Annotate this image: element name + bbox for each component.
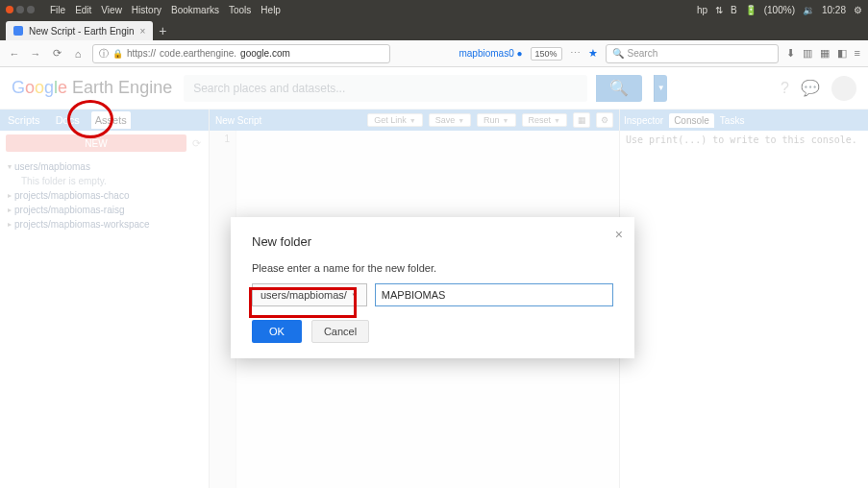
clock: 10:28 — [822, 5, 846, 15]
tab-assets[interactable]: Assets — [91, 111, 131, 129]
tree-row-workspace[interactable]: ▸projects/mapbiomas-workspace — [8, 217, 201, 232]
settings-gear-icon[interactable]: ⚙ — [854, 5, 862, 15]
browser-tab-strip: New Script - Earth Engin × + — [0, 19, 868, 40]
network-icon[interactable]: ⇅ — [715, 5, 723, 15]
gee-header: Google Earth Engine Search places and da… — [0, 67, 868, 110]
lock-icon: 🔒 — [112, 49, 123, 59]
right-panel: Inspector Console Tasks Use print(...) t… — [620, 110, 868, 488]
gee-search-placeholder: Search places and datasets... — [193, 82, 345, 95]
tab-favicon — [13, 26, 23, 36]
browser-toolbar: ← → ⟳ ⌂ ⓘ 🔒 https://code.earthengine.goo… — [0, 40, 868, 67]
folder-path-select[interactable]: users/mapbiomas/ ▼ — [252, 283, 367, 306]
gee-search-input[interactable]: Search places and datasets... — [184, 75, 587, 102]
save-button[interactable]: Save▼ — [429, 113, 471, 127]
apps-icon[interactable]: ▦ — [573, 112, 590, 128]
os-menu-history[interactable]: History — [132, 5, 161, 15]
new-asset-button[interactable]: NEW — [6, 134, 186, 152]
gear-icon[interactable]: ⚙ — [596, 112, 613, 128]
url-host: code.earthengine. — [160, 48, 236, 59]
os-menu-edit[interactable]: Edit — [75, 5, 91, 15]
reader-icon[interactable]: ⋯ — [570, 47, 581, 60]
tree-row-raisg[interactable]: ▸projects/mapbiomas-raisg — [8, 203, 201, 217]
os-menu-view[interactable]: View — [101, 5, 122, 15]
volume-icon[interactable]: 🔉 — [803, 5, 814, 15]
url-domain: google.com — [240, 48, 290, 59]
apps-grid-icon[interactable]: ▦ — [820, 47, 830, 60]
avatar[interactable] — [831, 76, 856, 101]
new-tab-button[interactable]: + — [159, 23, 166, 38]
cancel-button[interactable]: Cancel — [311, 320, 369, 343]
browser-tab[interactable]: New Script - Earth Engin × — [6, 21, 153, 40]
run-button[interactable]: Run▼ — [477, 113, 515, 127]
tree-row-users[interactable]: ▾users/mapbiomas — [8, 159, 201, 174]
modal-close-icon[interactable]: × — [615, 227, 623, 242]
os-menu-bookmarks[interactable]: Bookmarks — [171, 5, 219, 15]
library-icon[interactable]: ▥ — [803, 47, 812, 60]
window-minimize-icon[interactable] — [16, 6, 24, 13]
editor-toolbar: New Script Get Link▼ Save▼ Run▼ Reset▼ ▦… — [210, 110, 619, 131]
os-menu-help[interactable]: Help — [260, 5, 281, 15]
os-menu-tools[interactable]: Tools — [229, 5, 251, 15]
nav-home-icon[interactable]: ⌂ — [71, 48, 85, 60]
sidebar-icon[interactable]: ◧ — [837, 47, 847, 60]
tab-console[interactable]: Console — [669, 113, 714, 128]
tree-row-chaco[interactable]: ▸projects/mapbiomas-chaco — [8, 188, 201, 203]
window-controls — [6, 6, 35, 13]
folder-name-input[interactable] — [375, 283, 613, 306]
battery-icon: 🔋 — [745, 5, 756, 15]
right-tabs: Inspector Console Tasks — [620, 110, 868, 131]
download-icon[interactable]: ⬇ — [786, 47, 795, 60]
tab-scripts[interactable]: Scripts — [4, 114, 44, 126]
info-icon[interactable]: ⓘ — [99, 47, 109, 61]
bookmark-star-icon[interactable]: ★ — [588, 47, 598, 60]
tab-inspector[interactable]: Inspector — [624, 115, 663, 126]
script-title: New Script — [215, 115, 361, 126]
help-icon[interactable]: ? — [781, 80, 789, 97]
window-close-icon[interactable] — [6, 6, 13, 13]
left-tabs: Scripts Docs Assets — [0, 110, 209, 131]
feedback-icon[interactable]: 💬 — [801, 79, 820, 97]
os-menu-bar: File Edit View History Bookmarks Tools H… — [0, 0, 868, 19]
search-placeholder: Search — [628, 48, 658, 59]
url-bar[interactable]: ⓘ 🔒 https://code.earthengine.google.com — [92, 44, 390, 63]
left-panel: Scripts Docs Assets NEW ⟳ ▾users/mapbiom… — [0, 110, 210, 488]
asset-tree: ▾users/mapbiomas This folder is empty. ▸… — [0, 156, 209, 235]
bluetooth-icon[interactable]: B — [731, 5, 737, 15]
search-icon: 🔍 — [612, 48, 624, 59]
zoom-level[interactable]: 150% — [531, 47, 562, 61]
tree-empty-hint: This folder is empty. — [8, 174, 201, 188]
reset-button[interactable]: Reset▼ — [522, 113, 567, 127]
gee-search-button[interactable]: 🔍 — [596, 75, 642, 102]
chevron-down-icon: ▼ — [351, 291, 359, 300]
browser-menu-icon[interactable]: ≡ — [855, 47, 860, 60]
tab-title: New Script - Earth Engin — [29, 26, 135, 37]
window-maximize-icon[interactable] — [27, 6, 35, 13]
search-icon: 🔍 — [609, 79, 629, 97]
page: Google Earth Engine Search places and da… — [0, 67, 868, 488]
tab-docs[interactable]: Docs — [52, 114, 84, 126]
tab-tasks[interactable]: Tasks — [720, 115, 745, 126]
folder-path-value: users/mapbiomas/ — [260, 289, 347, 301]
nav-back-icon[interactable]: ← — [8, 48, 21, 60]
console-hint: Use print(...) to write to this console. — [620, 131, 868, 149]
ok-button[interactable]: OK — [252, 320, 302, 343]
profile-badge[interactable]: mapbiomas0 ● — [459, 48, 522, 59]
os-menu-file[interactable]: File — [50, 5, 65, 15]
gee-logo: Google Earth Engine — [12, 78, 172, 98]
tab-close-icon[interactable]: × — [140, 26, 146, 37]
modal-prompt: Please enter a name for the new folder. — [252, 262, 613, 274]
new-folder-modal: × New folder Please enter a name for the… — [231, 217, 634, 358]
url-prefix: https:// — [127, 48, 156, 59]
browser-search[interactable]: 🔍 Search — [606, 44, 779, 63]
refresh-icon[interactable]: ⟳ — [192, 137, 201, 150]
get-link-button[interactable]: Get Link▼ — [367, 113, 422, 127]
battery-pct: (100%) — [764, 5, 795, 15]
hp-icon: hp — [697, 5, 707, 15]
modal-title: New folder — [252, 234, 613, 249]
nav-forward-icon[interactable]: → — [29, 48, 42, 60]
gee-search-dropdown[interactable]: ▼ — [654, 75, 667, 102]
nav-reload-icon[interactable]: ⟳ — [50, 47, 63, 60]
